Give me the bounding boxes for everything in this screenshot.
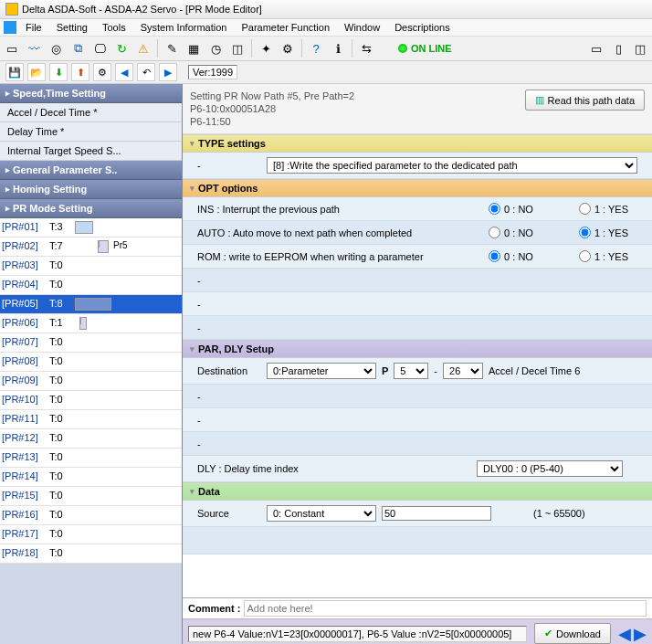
menu-system-information[interactable]: System Information: [133, 20, 235, 35]
sidebar-item[interactable]: Accel / Decel Time *: [0, 103, 182, 122]
sidebar: Speed,Time SettingAccel / Decel Time *De…: [0, 84, 183, 644]
sidebar-item[interactable]: Internal Target Speed S...: [0, 142, 182, 161]
par-section-head[interactable]: PAR, DLY Setup: [183, 340, 652, 358]
type-section-head[interactable]: TYPE settings: [183, 134, 652, 153]
online-status: ON LINE: [398, 43, 452, 54]
pr-row[interactable]: [PR#05]T:8: [0, 295, 182, 314]
p1-select[interactable]: 5: [394, 363, 428, 379]
pr-row[interactable]: [PR#12]T:0: [0, 429, 182, 449]
tb-win2-icon[interactable]: ▯: [608, 38, 628, 58]
tb-target-icon[interactable]: ◎: [46, 38, 66, 58]
undo-icon[interactable]: ↶: [137, 63, 155, 81]
tb-refresh-icon[interactable]: ↻: [111, 38, 131, 58]
menu-setting[interactable]: Setting: [49, 20, 95, 35]
dly-label: DLY : Delay time index: [197, 463, 471, 474]
dly-select[interactable]: DLY00 : 0 (P5-40): [477, 460, 623, 477]
opt-radio[interactable]: 1 : YES: [579, 227, 628, 238]
config-icon[interactable]: ⚙: [93, 63, 111, 81]
opt-radio[interactable]: 1 : YES: [579, 250, 628, 262]
tb-diagram-icon[interactable]: ◫: [227, 38, 247, 58]
opt-label: INS : Interrupt the previous path: [197, 204, 471, 215]
opt-radio[interactable]: 1 : YES: [579, 203, 628, 215]
tb-gauge-icon[interactable]: ◷: [205, 38, 226, 58]
download-row: new P6-4 Value:nV1=23[0x00000017], P6-5 …: [183, 618, 652, 644]
menu-window[interactable]: Window: [337, 20, 387, 35]
tb-info-icon[interactable]: ℹ: [328, 38, 348, 58]
src-select[interactable]: 0: Constant: [267, 505, 376, 522]
tb-alert-icon[interactable]: ⚠: [133, 38, 153, 58]
read-path-button[interactable]: ▥ Read this path data: [525, 90, 645, 111]
menu-tools[interactable]: Tools: [95, 20, 133, 35]
open-icon[interactable]: 📂: [27, 63, 46, 81]
sidebar-group[interactable]: Speed,Time Setting: [0, 84, 182, 103]
comment-label: Comment :: [188, 603, 240, 614]
p2-select[interactable]: 26: [443, 363, 483, 379]
data-range: (1 ~ 65500): [533, 508, 585, 519]
opt-section-head[interactable]: OPT options: [183, 179, 652, 197]
pr-row[interactable]: [PR#03]T:0: [0, 257, 182, 276]
tb-help-icon[interactable]: ?: [306, 38, 326, 58]
path-line3: P6-11:50: [190, 115, 354, 128]
menu-descriptions[interactable]: Descriptions: [387, 20, 457, 35]
tb-win1-icon[interactable]: ▭: [586, 38, 606, 58]
save-icon[interactable]: 💾: [5, 63, 24, 81]
export-icon[interactable]: ⬆: [71, 63, 89, 81]
tb-scope-icon[interactable]: 〰: [24, 38, 44, 58]
next-icon[interactable]: ▶: [159, 63, 177, 81]
prev-path-icon[interactable]: ◀: [618, 625, 631, 643]
sidebar-group[interactable]: PR Mode Setting: [0, 199, 182, 218]
data-value-input[interactable]: [382, 506, 491, 521]
pr-row[interactable]: [PR#13]T:0: [0, 449, 182, 468]
tb-link-icon[interactable]: ⇆: [356, 38, 376, 58]
menu-file[interactable]: File: [18, 20, 49, 35]
content-panel: Setting PR Now Path #5, Pre Path=2 P6-10…: [183, 84, 652, 644]
comment-bar: Comment :: [183, 597, 652, 618]
tb-monitor-icon[interactable]: 🖵: [89, 38, 110, 58]
pr-row[interactable]: [PR#11]T:0: [0, 410, 182, 429]
pr-row[interactable]: [PR#07]T:0: [0, 333, 182, 353]
pr-row[interactable]: [PR#01]T:3: [0, 218, 182, 238]
dest-select[interactable]: 0:Parameter: [267, 363, 376, 379]
pr-row[interactable]: [PR#15]T:0: [0, 487, 182, 506]
type-select[interactable]: [8] :Write the specified parameter to th…: [267, 157, 637, 174]
download-button[interactable]: ✔ Download: [534, 623, 611, 644]
sidebar-item[interactable]: Delay Time *: [0, 122, 182, 142]
pr-row[interactable]: [PR#18]T:0: [0, 544, 182, 564]
version-box: Ver:1999: [188, 65, 237, 79]
download-result: new P6-4 Value:nV1=23[0x00000017], P6-5 …: [188, 626, 527, 642]
pr-row[interactable]: [PR#02]T:7Pr5: [0, 238, 182, 257]
data-section-head[interactable]: Data: [183, 482, 652, 501]
tb-tool-icon[interactable]: ✦: [256, 38, 276, 58]
pr-row[interactable]: [PR#09]T:0: [0, 372, 182, 391]
app-icon: [5, 3, 18, 16]
window-title: Delta ASDA-Soft - ASDA-A2 Servo - [PR Mo…: [22, 4, 262, 15]
tb-doc-icon[interactable]: ▭: [2, 38, 22, 58]
pr-row[interactable]: [PR#04]T:0: [0, 276, 182, 295]
pr-row[interactable]: [PR#17]T:0: [0, 525, 182, 544]
sidebar-group[interactable]: General Parameter S..: [0, 161, 182, 180]
tb-chart-icon[interactable]: ⧉: [68, 38, 88, 58]
tb-wrench-icon[interactable]: ✎: [162, 38, 182, 58]
pr-row[interactable]: [PR#08]T:0: [0, 353, 182, 372]
tb-gear-icon[interactable]: ⚙: [278, 38, 298, 58]
opt-dash: -: [197, 275, 201, 286]
par-dash: -: [197, 391, 201, 402]
opt-radio[interactable]: 0 : NO: [489, 203, 533, 215]
pr-row[interactable]: [PR#10]T:0: [0, 391, 182, 410]
tb-grid-icon[interactable]: ▦: [184, 38, 204, 58]
pr-row[interactable]: [PR#14]T:0: [0, 468, 182, 487]
menu-bar: FileSettingToolsSystem InformationParame…: [0, 19, 652, 37]
sidebar-group[interactable]: Homing Setting: [0, 180, 182, 199]
opt-radio[interactable]: 0 : NO: [489, 250, 533, 262]
menu-parameter-function[interactable]: Parameter Function: [234, 20, 337, 35]
prev-icon[interactable]: ◀: [115, 63, 133, 81]
sub-toolbar: 💾 📂 ⬇ ⬆ ⚙ ◀ ↶ ▶ Ver:1999: [0, 61, 652, 84]
comment-input[interactable]: [244, 600, 647, 617]
next-path-icon[interactable]: ▶: [634, 625, 647, 643]
main-toolbar: ▭ 〰 ◎ ⧉ 🖵 ↻ ⚠ ✎ ▦ ◷ ◫ ✦ ⚙ ? ℹ ⇆ ON LINE …: [0, 37, 652, 61]
tb-win3-icon[interactable]: ◫: [630, 38, 650, 58]
pr-row[interactable]: [PR#16]T:0: [0, 506, 182, 525]
opt-radio[interactable]: 0 : NO: [489, 227, 533, 238]
pr-row[interactable]: [PR#06]T:1: [0, 314, 182, 333]
import-icon[interactable]: ⬇: [49, 63, 68, 81]
